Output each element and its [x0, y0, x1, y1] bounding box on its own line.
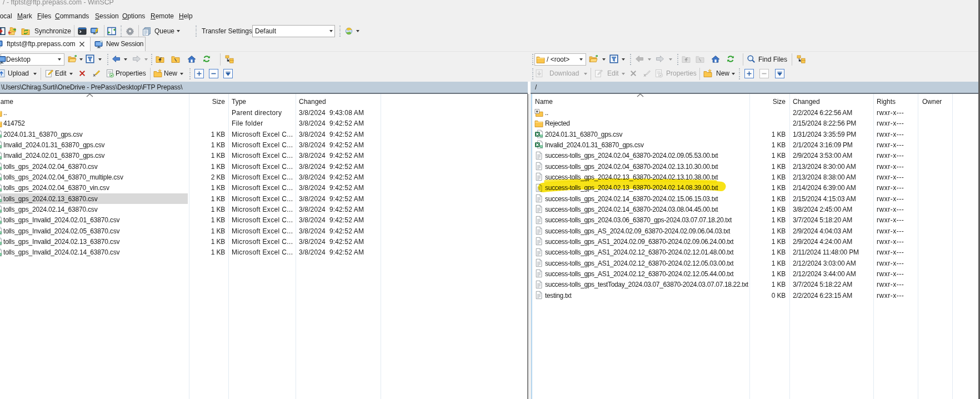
- svg-text:a: a: [541, 146, 542, 148]
- svg-text:a: a: [541, 134, 542, 137]
